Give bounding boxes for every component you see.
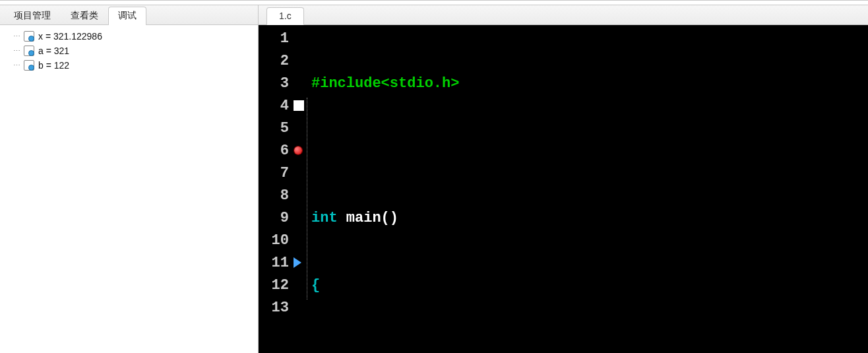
- watch-item-label: a = 321: [38, 44, 69, 57]
- fold-guide-line: [307, 98, 307, 300]
- line-number: 3: [259, 73, 289, 95]
- watch-item[interactable]: ⋯ x = 321.122986: [13, 29, 253, 44]
- tree-branch-icon: ⋯: [13, 59, 20, 72]
- line-number: 12: [259, 274, 289, 297]
- watch-var-icon: [24, 60, 34, 71]
- editor-area: 1.c 1 2 3 4 5 6 7 8 9 10 11 12 13: [259, 5, 868, 353]
- watch-var-icon: [24, 31, 34, 42]
- side-panel: 项目管理 查看类 调试 ⋯ x = 321.122986 ⋯ a = 321 ⋯…: [0, 5, 259, 353]
- code-token: int: [311, 210, 338, 226]
- file-tabs: 1.c: [259, 5, 868, 25]
- watch-item[interactable]: ⋯ a = 321: [13, 44, 253, 58]
- source-text[interactable]: #include<stdio.h> int main() { float x; …: [306, 25, 868, 353]
- line-number: 2: [259, 50, 289, 73]
- line-number: 10: [259, 230, 289, 252]
- line-number: 9: [259, 207, 289, 230]
- line-number-gutter: 1 2 3 4 5 6 7 8 9 10 11 12 13: [259, 25, 293, 353]
- top-strip: [0, 0, 868, 5]
- line-number: 8: [259, 185, 289, 207]
- side-tab-debug[interactable]: 调试: [108, 7, 146, 25]
- line-number: 7: [259, 162, 289, 185]
- watch-item[interactable]: ⋯ b = 122: [13, 58, 253, 73]
- watch-item-label: b = 122: [38, 59, 69, 72]
- watch-var-icon: [24, 46, 34, 56]
- line-number: 4: [259, 95, 289, 117]
- breakpoint-icon[interactable]: [294, 146, 302, 154]
- code-token: main(): [338, 210, 398, 226]
- tree-branch-icon: ⋯: [13, 44, 20, 57]
- watch-item-label: x = 321.122986: [38, 30, 102, 43]
- line-number: 6: [259, 140, 289, 162]
- watch-list: ⋯ x = 321.122986 ⋯ a = 321 ⋯ b = 122: [0, 25, 258, 353]
- line-number: 11: [259, 252, 289, 274]
- side-tabs: 项目管理 查看类 调试: [0, 5, 258, 25]
- side-tab-project[interactable]: 项目管理: [4, 7, 61, 25]
- fold-marker-icon[interactable]: [294, 100, 304, 111]
- current-line-arrow-icon: [294, 257, 301, 268]
- line-number: 5: [259, 117, 289, 140]
- main-layout: 项目管理 查看类 调试 ⋯ x = 321.122986 ⋯ a = 321 ⋯…: [0, 5, 868, 353]
- file-tab[interactable]: 1.c: [266, 7, 304, 25]
- marker-gutter[interactable]: [293, 25, 306, 353]
- code-token: #include<stdio.h>: [311, 75, 459, 92]
- side-tab-classes[interactable]: 查看类: [61, 7, 108, 25]
- tree-branch-icon: ⋯: [13, 30, 20, 43]
- code-editor[interactable]: 1 2 3 4 5 6 7 8 9 10 11 12 13: [259, 25, 868, 353]
- code-token: {: [311, 277, 320, 294]
- line-number: 13: [259, 297, 289, 319]
- line-number: 1: [259, 28, 289, 50]
